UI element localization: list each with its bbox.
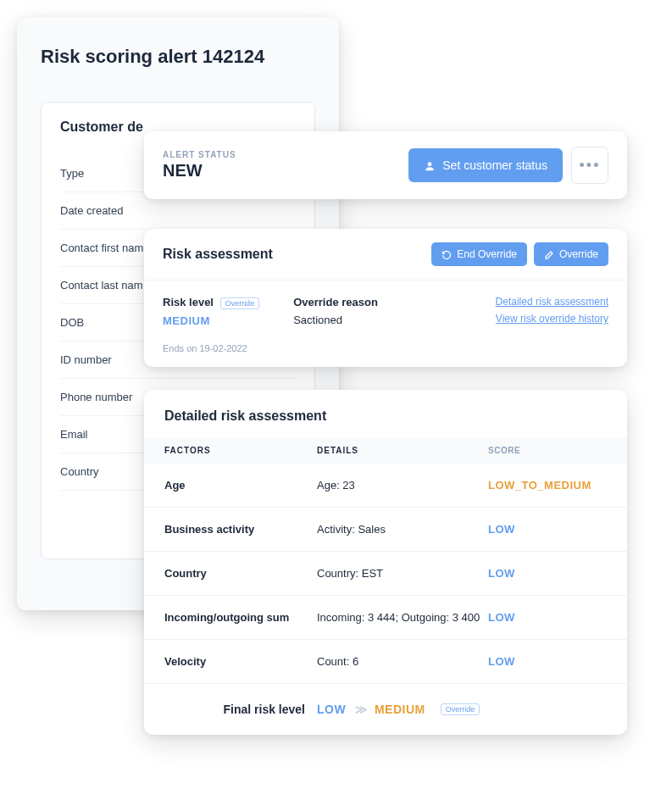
final-risk-value: LOW ≫ MEDIUM <box>317 703 425 716</box>
svg-point-0 <box>428 162 432 166</box>
details-cell: Count: 6 <box>317 655 488 668</box>
final-from: LOW <box>317 703 346 716</box>
edit-icon <box>544 248 554 260</box>
risk-header-actions: End Override Override <box>431 242 608 266</box>
risk-level-label: Risk level <box>163 296 214 308</box>
risk-links: Detailed risk assessment View risk overr… <box>496 296 608 330</box>
ellipsis-icon: ••• <box>580 157 601 175</box>
score-cell: LOW_TO_MEDIUM <box>488 479 607 492</box>
risk-header: Risk assessment End Override Override <box>144 229 627 281</box>
detailed-risk-link[interactable]: Detailed risk assessment <box>496 296 608 308</box>
details-cell: Age: 23 <box>317 479 488 492</box>
status-info: ALERT STATUS NEW <box>163 150 236 181</box>
table-row: AgeAge: 23LOW_TO_MEDIUM <box>144 464 627 508</box>
final-risk-row: Final risk level LOW ≫ MEDIUM Override <box>144 684 627 735</box>
override-reason-value: Sactioned <box>293 314 378 326</box>
factor-cell: Business activity <box>164 523 317 536</box>
override-history-link[interactable]: View risk override history <box>496 313 608 325</box>
risk-title: Risk assessment <box>163 247 273 262</box>
risk-body: Risk level Override MEDIUM Override reas… <box>144 281 627 335</box>
end-override-button[interactable]: End Override <box>431 242 527 266</box>
col-details-header: DETAILS <box>317 446 488 455</box>
risk-level-col: Risk level Override MEDIUM <box>163 296 259 330</box>
details-cell: Activity: Sales <box>317 523 488 536</box>
table-row: VelocityCount: 6LOW <box>144 640 627 684</box>
col-score-header: SCORE <box>488 446 607 455</box>
table-row: Incoming/outgoing sumIncoming: 3 444; Ou… <box>144 596 627 640</box>
alert-status-card: ALERT STATUS NEW Set customer status ••• <box>144 131 627 199</box>
factor-cell: Country <box>164 567 317 580</box>
table-row: Business activityActivity: SalesLOW <box>144 508 627 552</box>
factor-cell: Incoming/outgoing sum <box>164 611 317 624</box>
table-row: CountryCountry: ESTLOW <box>144 552 627 596</box>
arrow-icon: ≫ <box>355 703 366 716</box>
override-reason-label: Override reason <box>293 296 378 308</box>
risk-assessment-card: Risk assessment End Override Override Ri… <box>144 229 627 367</box>
details-cell: Incoming: 3 444; Outgoing: 3 400 <box>317 611 488 624</box>
undo-icon <box>442 248 452 260</box>
set-customer-status-button[interactable]: Set customer status <box>408 148 563 182</box>
status-actions: Set customer status ••• <box>408 147 608 184</box>
status-value: NEW <box>163 161 236 181</box>
override-label: Override <box>559 248 598 260</box>
risk-level-label-row: Risk level Override <box>163 296 259 309</box>
risk-end-note: Ends on 19-02-2022 <box>144 335 627 367</box>
override-reason-col: Override reason Sactioned <box>293 296 378 330</box>
score-cell: LOW <box>488 567 607 580</box>
factor-cell: Age <box>164 479 317 492</box>
set-status-label: Set customer status <box>442 158 547 172</box>
score-cell: LOW <box>488 655 607 668</box>
override-button[interactable]: Override <box>534 242 608 266</box>
final-override-badge: Override <box>441 703 480 715</box>
table-header: FACTORS DETAILS SCORE <box>144 437 627 464</box>
page-title: Risk scoring alert 142124 <box>41 46 315 68</box>
score-cell: LOW <box>488 611 607 624</box>
risk-level-value: MEDIUM <box>163 314 259 327</box>
factor-cell: Velocity <box>164 655 317 668</box>
detailed-risk-card: Detailed risk assessment FACTORS DETAILS… <box>144 390 627 735</box>
score-cell: LOW <box>488 523 607 536</box>
more-actions-button[interactable]: ••• <box>571 147 608 184</box>
end-override-label: End Override <box>457 248 517 260</box>
user-icon <box>424 158 436 172</box>
col-factors-header: FACTORS <box>164 446 317 455</box>
status-label: ALERT STATUS <box>163 150 236 159</box>
final-risk-label: Final risk level <box>164 703 305 716</box>
detailed-risk-table: FACTORS DETAILS SCORE AgeAge: 23LOW_TO_M… <box>144 437 627 735</box>
final-to: MEDIUM <box>375 703 425 716</box>
detailed-risk-title: Detailed risk assessment <box>144 390 627 437</box>
details-cell: Country: EST <box>317 567 488 580</box>
override-badge: Override <box>220 297 260 309</box>
